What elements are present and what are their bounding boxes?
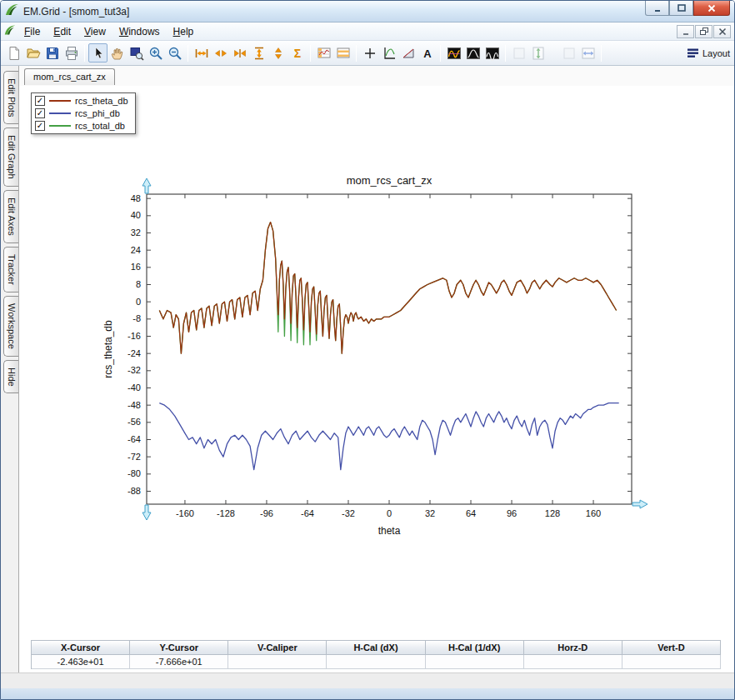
expand-horizontal-icon[interactable] xyxy=(192,43,211,62)
cursor-column-header: Horz-D xyxy=(524,641,622,655)
mdi-close-button[interactable] xyxy=(713,25,731,38)
blank-box-icon[interactable] xyxy=(509,43,528,62)
svg-text:theta: theta xyxy=(378,525,401,537)
svg-text:-80: -80 xyxy=(128,468,141,478)
legend: ✓rcs_theta_db✓rcs_phi_db✓rcs_total_db xyxy=(31,92,136,134)
svg-text:-160: -160 xyxy=(176,508,194,518)
document-tabbar: mom_rcs_cart_zx xyxy=(19,66,734,86)
cursor-tracker-table: X-CursorY-CursorV-CaliperH-Cal (dX)H-Cal… xyxy=(31,640,721,669)
zoom-window-icon[interactable] xyxy=(127,43,146,62)
svg-text:-128: -128 xyxy=(217,508,235,518)
svg-text:16: 16 xyxy=(131,262,141,272)
svg-text:-56: -56 xyxy=(128,417,141,427)
layout-label: Layout xyxy=(702,48,731,58)
expand-vertical-icon[interactable] xyxy=(249,43,268,62)
layout-icon xyxy=(686,46,700,60)
svg-text:-88: -88 xyxy=(128,486,141,496)
crosshair-icon[interactable] xyxy=(360,43,379,62)
toolbar-separator xyxy=(505,45,506,62)
select-tool-icon[interactable] xyxy=(88,43,108,62)
legend-checkbox[interactable]: ✓ xyxy=(35,96,45,106)
svg-text:160: 160 xyxy=(586,508,601,518)
compress-horizontal-icon[interactable] xyxy=(230,43,249,62)
menu-item-windows[interactable]: Windows xyxy=(112,24,167,39)
cursor-column-header: V-Caliper xyxy=(228,641,327,655)
table-columns-icon[interactable] xyxy=(314,43,333,62)
sidebar-tab-workspace[interactable]: Workspace xyxy=(3,296,18,357)
mdi-minimize-button[interactable] xyxy=(677,25,694,38)
open-file-icon[interactable] xyxy=(23,43,42,62)
chart-area[interactable]: -160-128-96-64-3203264961281604840322416… xyxy=(98,171,648,566)
cursor-column-header: H-Cal (1/dX) xyxy=(426,641,524,655)
sidebar-tab-hide[interactable]: Hide xyxy=(3,360,18,394)
cursor-value-cell xyxy=(327,655,425,669)
menubar: FileEditViewWindowsHelp xyxy=(1,22,734,41)
titlebar[interactable]: EM.Grid - [smom_tut3a] xyxy=(1,1,734,22)
arrows-horizontal-icon[interactable] xyxy=(211,43,230,62)
toolbar: Σ A Layout xyxy=(1,41,734,66)
sidebar-tab-edit-plots[interactable]: Edit Plots xyxy=(3,71,18,124)
cursor-value-cell xyxy=(228,655,327,669)
sidebar-tab-tracker[interactable]: Tracker xyxy=(3,247,18,292)
zoom-out-icon[interactable] xyxy=(165,43,184,62)
plot-colored-icon[interactable] xyxy=(444,43,463,62)
svg-text:-32: -32 xyxy=(342,508,355,518)
cursor-value-cell xyxy=(524,655,622,669)
svg-text:24: 24 xyxy=(131,245,141,255)
menu-item-help[interactable]: Help xyxy=(167,24,201,39)
toolbar-separator xyxy=(188,45,188,62)
svg-text:40: 40 xyxy=(131,210,141,220)
cursor-column-header: X-Cursor xyxy=(32,641,130,655)
legend-checkbox[interactable]: ✓ xyxy=(35,121,45,131)
new-file-icon[interactable] xyxy=(4,43,23,62)
sidebar-tab-edit-graph[interactable]: Edit Graph xyxy=(3,128,18,187)
main-area: mom_rcs_cart_zx ✓rcs_theta_db✓rcs_phi_db… xyxy=(19,66,734,672)
svg-text:rcs_theta_db: rcs_theta_db xyxy=(102,320,114,378)
print-icon[interactable] xyxy=(62,43,81,62)
legend-color-sample xyxy=(49,125,71,127)
chart[interactable]: -160-128-96-64-3203264961281604840322416… xyxy=(98,171,648,562)
fit-horizontal-icon[interactable] xyxy=(578,43,598,62)
window-frame-bottom xyxy=(1,688,734,699)
maximize-button[interactable] xyxy=(669,1,693,16)
menu-item-view[interactable]: View xyxy=(78,24,112,39)
status-area xyxy=(1,672,734,688)
legend-color-sample xyxy=(49,112,71,114)
mdi-restore-button[interactable] xyxy=(695,25,712,38)
sidebar-tab-edit-axes[interactable]: Edit Axes xyxy=(3,190,18,243)
text-tool-icon[interactable]: A xyxy=(418,43,437,62)
svg-text:-32: -32 xyxy=(128,365,141,375)
pan-tool-icon[interactable] xyxy=(108,43,127,62)
svg-text:Σ: Σ xyxy=(293,46,300,59)
plot-dark-gaussian-icon[interactable] xyxy=(463,43,482,62)
legend-checkbox[interactable]: ✓ xyxy=(35,108,45,118)
legend-label: rcs_total_db xyxy=(75,121,125,131)
plot-dark-wave-icon[interactable] xyxy=(482,43,502,62)
app-logo-icon xyxy=(5,2,19,20)
sum-icon[interactable]: Σ xyxy=(288,43,307,62)
toolbar-separator xyxy=(356,45,357,62)
cursor-value-cell: -7.666e+01 xyxy=(130,655,228,669)
close-button[interactable] xyxy=(693,1,730,16)
slope-triangle-icon[interactable] xyxy=(398,43,418,62)
save-icon[interactable] xyxy=(42,43,62,62)
blank-box-icon[interactable] xyxy=(559,43,578,62)
svg-text:0: 0 xyxy=(136,297,141,307)
svg-text:-64: -64 xyxy=(301,508,314,518)
fit-vertical-icon[interactable] xyxy=(528,43,548,62)
document-tab[interactable]: mom_rcs_cart_zx xyxy=(24,68,115,85)
arrows-vertical-icon[interactable] xyxy=(268,43,288,62)
minimize-button[interactable] xyxy=(645,1,669,16)
axes-plot-icon[interactable] xyxy=(379,43,398,62)
svg-text:-64: -64 xyxy=(128,434,141,444)
table-rows-icon[interactable] xyxy=(333,43,352,62)
toolbar-separator xyxy=(84,45,85,62)
app-window: EM.Grid - [smom_tut3a] FileEditViewWindo… xyxy=(0,0,735,700)
menu-item-file[interactable]: File xyxy=(18,24,47,39)
layout-button[interactable]: Layout xyxy=(686,46,731,60)
svg-text:-96: -96 xyxy=(260,508,273,518)
zoom-in-icon[interactable] xyxy=(146,43,165,62)
svg-text:128: 128 xyxy=(545,508,560,518)
legend-color-sample xyxy=(49,100,71,102)
menu-item-edit[interactable]: Edit xyxy=(47,24,78,39)
